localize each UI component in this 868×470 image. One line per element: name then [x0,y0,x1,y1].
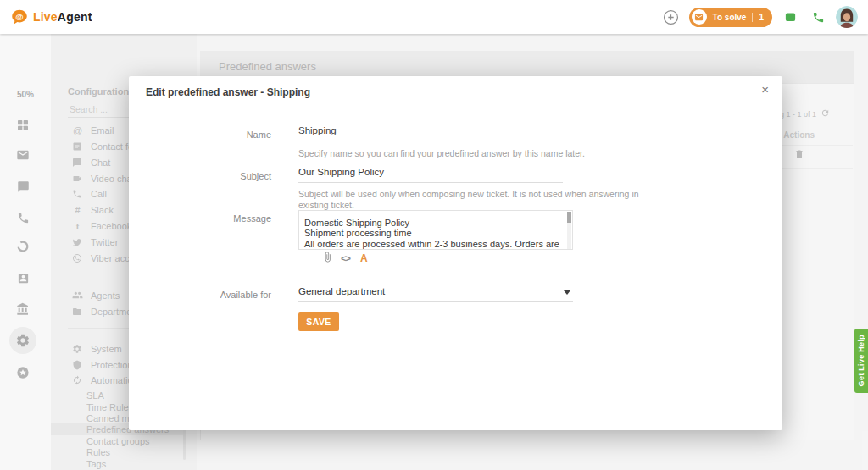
start-chat-icon[interactable] [780,7,800,27]
subject-help-text: Subject will be used only when composing… [298,189,658,211]
name-input[interactable]: Shipping [298,125,563,141]
add-plus-icon[interactable] [661,7,682,27]
close-icon[interactable]: × [758,80,772,98]
liveagent-logo[interactable]: @ LiveAgent [0,8,92,26]
name-label: Name [129,130,271,140]
start-call-icon[interactable] [808,7,828,27]
subject-input[interactable]: Our Shipping Policy [298,167,563,183]
to-solve-button[interactable]: To solve 1 [689,8,772,27]
underlined-word: processed [362,239,405,250]
message-line: All orders are processed within 2-3 busi… [304,239,562,250]
to-solve-count-badge: 1 [752,13,764,22]
available-for-label: Available for [129,290,271,300]
message-scrollbar[interactable] [567,212,571,223]
message-label: Message [129,213,271,224]
get-live-help-label: Get Live Help [857,335,865,386]
message-scrollbar-track [567,212,571,250]
attach-file-icon[interactable] [322,252,333,263]
name-help-text: Specify name so you can find your predef… [298,148,658,159]
edit-predefined-answer-modal: Edit predefined answer - Shipping × Name… [129,76,782,430]
save-button[interactable]: SAVE [298,312,339,331]
available-for-select[interactable]: General department [298,286,573,302]
svg-text:@: @ [15,11,23,20]
liveagent-app: 50% Configuration [0,0,868,470]
code-icon[interactable]: <> [341,253,350,263]
to-solve-mail-icon [692,9,707,25]
get-live-help-button[interactable]: Get Live Help [854,329,868,393]
modal-title: Edit predefined answer - Shipping [146,86,310,98]
to-solve-label: To solve [713,13,747,22]
message-line: Domestic Shipping Policy [304,218,562,228]
message-textarea[interactable]: Domestic Shipping Policy Shipment proces… [298,210,573,250]
message-line: Shipment processing time [304,228,562,238]
user-avatar[interactable] [836,6,858,28]
chevron-down-icon [564,290,570,295]
available-for-value: General department [298,286,385,296]
logo-text: LiveAgent [33,10,92,24]
logo-bubble-icon: @ [10,8,29,26]
top-bar: @ LiveAgent To solve 1 [0,0,868,34]
font-color-icon[interactable]: A [360,252,368,264]
subject-label: Subject [129,171,271,181]
